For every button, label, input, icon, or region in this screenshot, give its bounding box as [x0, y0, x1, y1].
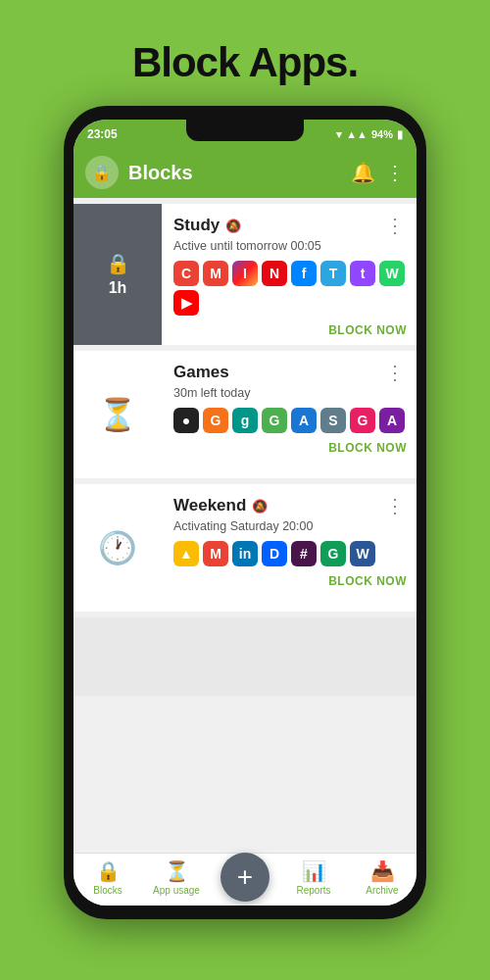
app-icon-word: W	[350, 541, 375, 566]
study-block-now-row: BLOCK NOW	[173, 323, 407, 337]
games-name: Games	[173, 363, 229, 382]
fab-button[interactable]: +	[220, 853, 270, 902]
app-logo-icon: 🔒	[85, 156, 119, 189]
app-icon-telegram: T	[320, 261, 346, 286]
weekend-block-now-row: BLOCK NOW	[173, 574, 407, 588]
nav-blocks-icon: 🔒	[96, 859, 121, 883]
study-status: Active until tomorrow 00:05	[173, 239, 407, 253]
app-icon-sheets: G	[320, 541, 346, 566]
study-header: Study 🔕 ⋮	[173, 214, 407, 237]
nav-item-blocks[interactable]: 🔒 Blocks	[74, 859, 142, 896]
games-body: Games ⋮ 30m left today ● G g G A S G	[162, 351, 416, 478]
app-icon-slack: #	[291, 541, 317, 566]
more-menu-icon[interactable]: ⋮	[385, 161, 405, 184]
games-header: Games ⋮	[173, 361, 407, 384]
app-icon-instagram: I	[232, 261, 258, 286]
nav-item-archive[interactable]: 📥 Archive	[348, 859, 416, 896]
nav-app-usage-label: App usage	[153, 885, 200, 896]
content-area: 🔒 1h Study 🔕 ⋮ Active until tomorrow 00:…	[74, 198, 416, 853]
bottom-nav: 🔒 Blocks ⏳ App usage + 📊 Reports 📥 Archi…	[74, 853, 416, 906]
battery-level: 94%	[371, 128, 393, 140]
nav-archive-label: Archive	[366, 885, 398, 896]
phone-frame: 23:05 ▾ ▲▲ 94% ▮ 🔒 Blocks 🔔 ⋮	[64, 106, 426, 919]
bell-icon[interactable]: 🔔	[351, 161, 375, 184]
app-icon-g1: ●	[173, 408, 199, 433]
study-more-icon[interactable]: ⋮	[383, 214, 407, 237]
app-icon-g3: g	[232, 408, 258, 433]
app-bar-title: Blocks	[128, 162, 351, 184]
app-icon-g4: G	[262, 408, 287, 433]
weekend-more-icon[interactable]: ⋮	[383, 494, 407, 517]
games-app-icons: ● G g G A S G A	[173, 408, 407, 433]
block-left-games: ⏳	[74, 351, 162, 478]
clock-icon-weekend: 🕐	[98, 529, 137, 566]
empty-area	[74, 617, 416, 696]
nav-app-usage-icon: ⏳	[165, 859, 189, 883]
app-icon-g7: G	[350, 408, 375, 433]
status-icons: ▾ ▲▲ 94% ▮	[336, 128, 403, 141]
app-icon-youtube: ▶	[173, 290, 199, 316]
weekend-mute-icon: 🔕	[252, 499, 268, 514]
app-icon-g2: G	[203, 408, 228, 433]
study-mute-icon: 🔕	[225, 219, 241, 233]
block-left-weekend: 🕐	[74, 484, 162, 612]
study-body: Study 🔕 ⋮ Active until tomorrow 00:05 C …	[162, 204, 416, 345]
games-status: 30m left today	[173, 386, 407, 400]
games-block-now-row: BLOCK NOW	[173, 441, 407, 455]
app-icon-linkedin: in	[232, 541, 258, 566]
block-card-study: 🔒 1h Study 🔕 ⋮ Active until tomorrow 00:…	[74, 204, 416, 345]
page-title: Block Apps.	[132, 39, 358, 86]
nav-blocks-label: Blocks	[93, 885, 122, 896]
weekend-name: Weekend 🔕	[173, 496, 268, 515]
study-name: Study 🔕	[173, 216, 241, 235]
nav-reports-icon: 📊	[302, 859, 326, 883]
study-time-label: 1h	[109, 279, 127, 297]
nav-archive-icon: 📥	[370, 859, 395, 883]
battery-icon: ▮	[397, 128, 403, 141]
status-time: 23:05	[87, 127, 118, 141]
weekend-body: Weekend 🔕 ⋮ Activating Saturday 20:00 ▲ …	[162, 484, 416, 612]
top-app-bar: 🔒 Blocks 🔔 ⋮	[74, 147, 416, 198]
nav-item-app-usage[interactable]: ⏳ App usage	[142, 859, 211, 896]
app-icon-g8: A	[379, 408, 405, 433]
study-block-now-btn[interactable]: BLOCK NOW	[328, 323, 407, 337]
nav-reports-label: Reports	[296, 885, 330, 896]
weekend-header: Weekend 🔕 ⋮	[173, 494, 407, 517]
app-icon-messenger: f	[291, 261, 317, 286]
lock-icon-study: 🔒	[106, 252, 130, 275]
phone-screen: 23:05 ▾ ▲▲ 94% ▮ 🔒 Blocks 🔔 ⋮	[74, 120, 416, 906]
block-card-weekend: 🕐 Weekend 🔕 ⋮ Activating Saturday 20:00	[74, 484, 416, 612]
weekend-app-icons: ▲ M in D # G W	[173, 541, 407, 566]
app-icon-dropbox: D	[262, 541, 287, 566]
app-icon-w-gmail: M	[203, 541, 228, 566]
signal-icon: ▲▲	[346, 128, 368, 140]
app-icon-whatsapp: W	[379, 261, 405, 286]
wifi-icon: ▾	[336, 128, 342, 141]
app-icon-g5: A	[291, 408, 317, 433]
block-card-games: ⏳ Games ⋮ 30m left today ● G g G	[74, 351, 416, 478]
block-left-study: 🔒 1h	[74, 204, 162, 345]
nav-item-reports[interactable]: 📊 Reports	[279, 859, 348, 896]
app-icon-twitch: t	[350, 261, 375, 286]
games-more-icon[interactable]: ⋮	[383, 361, 407, 384]
weekend-block-now-btn[interactable]: BLOCK NOW	[328, 574, 407, 588]
notch	[186, 120, 304, 141]
app-icon-g6: S	[320, 408, 346, 433]
app-icon-netflix: N	[262, 261, 287, 286]
hourglass-icon-games: ⏳	[98, 396, 137, 433]
study-app-icons: C M I N f T t W ▶	[173, 261, 407, 316]
weekend-status: Activating Saturday 20:00	[173, 519, 407, 533]
app-icon-drive: ▲	[173, 541, 199, 566]
app-icon-chrome: C	[173, 261, 199, 286]
games-block-now-btn[interactable]: BLOCK NOW	[328, 441, 407, 455]
app-bar-actions: 🔔 ⋮	[351, 161, 405, 184]
app-icon-gmail: M	[203, 261, 228, 286]
